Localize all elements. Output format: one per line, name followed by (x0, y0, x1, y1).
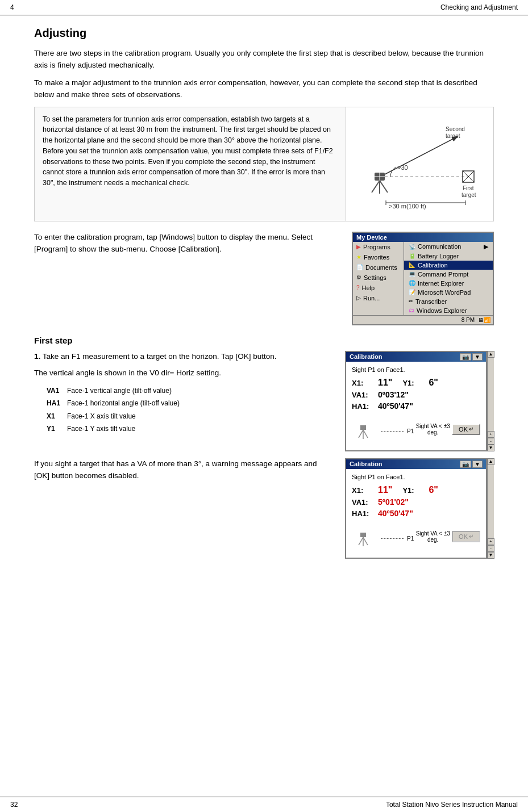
calib2-sight-range: Sight VA < ±3 deg. (414, 530, 452, 543)
scroll-dn-btn-minus[interactable]: - (488, 438, 494, 445)
first-step-title: First step (34, 336, 494, 345)
calib1-ok-button[interactable]: OK ↵ (452, 424, 480, 435)
callout-text: To set the parameters for trunnion axis … (35, 107, 346, 221)
submenu-item-transcriber[interactable]: ✏ Transcriber (404, 297, 493, 306)
enter-calibration-step: To enter the calibration program, tap [W… (34, 232, 494, 325)
svg-line-1 (372, 181, 380, 192)
menu-right-panel: 📡 Communication ▶ 🔋 Battery Logger 📐 Cal… (404, 242, 493, 315)
menu-left-panel: ▶ Programs ★ Favorites 📄 Documents ⚙ (353, 242, 404, 315)
step1-detail: 1. Take an F1 measurement to a target on… (34, 351, 334, 451)
legend-row-ha1: HA1 Face-1 horizontal angle (tilt-off va… (47, 397, 180, 409)
scroll-dn-btn[interactable]: ▼ (488, 445, 494, 451)
calib1-sight-range: Sight VA < ±3 deg. (414, 423, 452, 436)
intro-paragraph-1: There are two steps in the calibration p… (34, 48, 494, 72)
page-header: 4 Checking and Adjustment (0, 0, 528, 15)
step1-warning-row: If you sight a target that has a VA of m… (34, 458, 494, 559)
enter-calibration-text: To enter the calibration program, tap [W… (34, 232, 340, 325)
menu-taskbar: 8 PM 🖥 📶 (353, 315, 493, 324)
submenu-item-battery[interactable]: 🔋 Battery Logger (404, 252, 493, 261)
chapter-number: 4 (10, 3, 14, 11)
calib1-sight: Sight P1 on Face1. (352, 366, 480, 373)
menu-item-documents[interactable]: 📄 Documents (353, 262, 404, 273)
submenu-item-calibration[interactable]: 📐 Calibration (404, 261, 493, 270)
submenu-item-wordpad[interactable]: 📝 Microsoft WordPad (404, 288, 493, 297)
callout-diagram: First target Second target >30 >30 m(100 (346, 107, 493, 221)
scroll-up-btn[interactable]: ▲ (488, 351, 494, 358)
scroll2-up-btn[interactable]: ▲ (488, 458, 494, 465)
legend-row-x1: X1 Face-1 X axis tilt value (47, 411, 180, 422)
svg-text:target: target (446, 133, 460, 139)
menu-item-help[interactable]: ? Help (353, 283, 404, 293)
step1-legend-table: VA1 Face-1 vertical angle (tilt-off valu… (45, 384, 181, 436)
calib2-sight: Sight P1 on Face1. (352, 474, 480, 480)
svg-rect-25 (360, 533, 366, 537)
calib1-titlebar: Calibration 📷 ▼ (346, 352, 486, 362)
svg-line-28 (363, 537, 368, 545)
scroll-dn-btn-plus[interactable]: + (488, 431, 494, 438)
calib1-p1-label: P1 (407, 428, 414, 434)
submenu-item-explorer[interactable]: 🗂 Windows Explorer (404, 306, 493, 315)
calib-screen-2: Calibration 📷 ▼ Sight P1 on Face1. X1: 1… (345, 458, 494, 559)
submenu-item-communication[interactable]: 📡 Communication ▶ (404, 242, 493, 252)
calib-screen-1: Calibration 📷 ▼ Sight P1 on Face1. X1: 1… (345, 351, 494, 451)
chapter-title: Checking and Adjustment (440, 3, 518, 11)
legend-row-va1: VA1 Face-1 vertical angle (tilt-off valu… (47, 385, 180, 397)
menu-item-settings[interactable]: ⚙ Settings (353, 273, 404, 283)
svg-rect-21 (360, 425, 366, 430)
menu-item-run[interactable]: ▷ Run... (353, 293, 404, 303)
submenu-item-cmdprompt[interactable]: 💻 Command Prompt (404, 270, 493, 279)
calib2-ok-button: OK ↵ (452, 531, 480, 542)
calib2-scrollbar[interactable]: ▲ + - ▼ (487, 458, 494, 559)
svg-text:Second: Second (446, 126, 465, 132)
footer-page-number: 32 (10, 801, 18, 809)
menu-item-favorites[interactable]: ★ Favorites (353, 252, 404, 262)
svg-line-22 (359, 430, 363, 438)
footer-manual-title: Total Station Nivo Series Instruction Ma… (386, 801, 518, 809)
target-diagram-svg: First target Second target >30 >30 m(100 (357, 113, 483, 215)
svg-line-12 (385, 137, 457, 174)
calib2-p1-label: P1 (407, 535, 414, 542)
svg-line-26 (359, 537, 363, 545)
calib2-titlebar: Calibration 📷 ▼ (346, 459, 486, 469)
svg-line-24 (363, 430, 368, 438)
calib1-mini-diagram (352, 415, 377, 443)
menu-title-bar: My Device (353, 233, 493, 242)
svg-text:target: target (462, 192, 476, 198)
submenu-item-ie[interactable]: 🌐 Internet Explorer (404, 279, 493, 288)
intro-paragraph-2: To make a major adjustment to the trunni… (34, 77, 494, 101)
scroll2-dn-btn[interactable]: ▼ (488, 552, 494, 559)
menu-item-programs[interactable]: ▶ Programs (353, 242, 404, 252)
svg-line-3 (380, 181, 388, 192)
scroll2-dn-btn-plus[interactable]: + (488, 538, 494, 545)
page-footer: 32 Total Station Nivo Series Instruction… (0, 797, 528, 812)
step1-container: 1. Take an F1 measurement to a target on… (34, 351, 494, 451)
svg-text:First: First (463, 185, 474, 191)
callout-box: To set the parameters for trunnion axis … (34, 107, 494, 221)
section-title: Adjusting (34, 27, 494, 40)
step1-row: 1. Take an F1 measurement to a target on… (34, 351, 494, 451)
legend-row-y1: Y1 Face-1 Y axis tilt value (47, 423, 180, 435)
svg-text:>30 m(100 ft): >30 m(100 ft) (389, 203, 426, 210)
svg-text:>30: >30 (397, 164, 408, 171)
step1-warning-text: If you sight a target that has a VA of m… (34, 458, 334, 559)
calib1-scrollbar[interactable]: ▲ + - ▼ (487, 351, 494, 451)
menu-screenshot: My Device ▶ Programs ★ Favorites 📄 (352, 232, 494, 325)
scroll2-dn-btn-minus[interactable]: - (488, 545, 494, 552)
calib2-mini-diagram (352, 522, 377, 551)
